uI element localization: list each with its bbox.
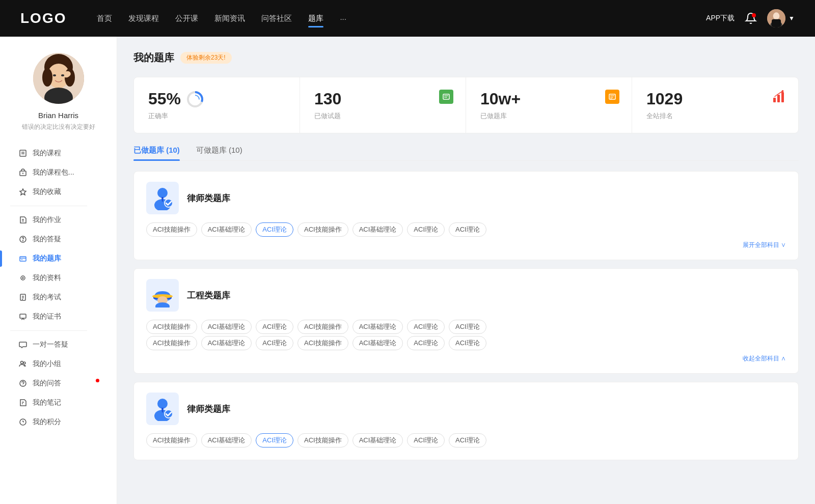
- svg-point-34: [21, 361, 23, 364]
- trial-badge: 体验剩余23天!: [180, 52, 232, 64]
- tag-2-2[interactable]: ACI理论: [256, 433, 293, 447]
- tag-0-3[interactable]: ACI技能操作: [297, 222, 348, 237]
- sidebar-item-notes-label: 我的笔记: [33, 398, 61, 407]
- tags-row-2: ACI技能操作 ACI基础理论 ACI理论 ACI技能操作 ACI基础理论 AC…: [146, 433, 786, 447]
- stat-rank-label: 全站排名: [646, 111, 784, 121]
- bank-icon-engineer-1: [146, 279, 179, 312]
- sidebar-item-myqa[interactable]: 我的问答: [10, 374, 106, 393]
- nav-home[interactable]: 首页: [97, 12, 112, 25]
- tag-1-6[interactable]: ACI理论: [449, 320, 486, 334]
- nav-bank[interactable]: 题库: [308, 12, 323, 25]
- tag-0-5[interactable]: ACI理论: [407, 222, 445, 237]
- qa-icon: [18, 379, 28, 388]
- sidebar-item-qa-answer[interactable]: 我的答疑: [10, 230, 106, 249]
- tag-2-4[interactable]: ACI基础理论: [352, 433, 403, 447]
- svg-point-35: [23, 362, 25, 364]
- sidebar-item-course-label: 我的课程: [33, 149, 61, 158]
- tag-1-9[interactable]: ACI理论: [256, 336, 293, 350]
- sidebar: Brian Harris 错误的决定比没有决定要好 我的课程 我的课程包...: [0, 37, 117, 504]
- sidebar-item-group[interactable]: 我的小组: [10, 354, 106, 374]
- sidebar-item-homework[interactable]: 我的作业: [10, 210, 106, 230]
- main-content: 我的题库 体验剩余23天! 55% 正确率: [117, 37, 815, 504]
- tag-0-0[interactable]: ACI技能操作: [146, 222, 197, 237]
- dropdown-arrow-icon: ▼: [789, 15, 795, 22]
- tag-2-5[interactable]: ACI理论: [407, 433, 445, 447]
- sidebar-item-1v1[interactable]: 一对一答疑: [10, 335, 106, 354]
- tag-1-5[interactable]: ACI理论: [407, 320, 445, 334]
- tags-row-1a: ACI技能操作 ACI基础理论 ACI理论 ACI技能操作 ACI基础理论 AC…: [146, 320, 786, 334]
- notification-bell[interactable]: [745, 12, 757, 24]
- svg-point-40: [20, 419, 26, 425]
- done-banks-icon: [605, 90, 619, 104]
- tab-available-banks[interactable]: 可做题库 (10): [196, 146, 242, 160]
- sidebar-item-points-label: 我的积分: [33, 417, 61, 427]
- tag-1-0[interactable]: ACI技能操作: [146, 320, 197, 334]
- sidebar-item-course[interactable]: 我的课程: [10, 144, 106, 163]
- sidebar-item-favorites[interactable]: 我的收藏: [10, 182, 106, 202]
- profile-bio: 错误的决定比没有决定要好: [22, 123, 95, 131]
- svg-rect-4: [772, 19, 781, 27]
- tag-2-1[interactable]: ACI基础理论: [201, 433, 252, 447]
- tag-1-3[interactable]: ACI技能操作: [297, 320, 348, 334]
- sidebar-item-exam[interactable]: 我的考试: [10, 288, 106, 307]
- tag-0-6[interactable]: ACI理论: [449, 222, 486, 237]
- stat-done-banks: 10w+ 已做题库: [466, 77, 632, 133]
- tag-1-10[interactable]: ACI技能操作: [297, 336, 348, 350]
- navbar-right: APP下载 ▼: [706, 9, 795, 27]
- tag-1-13[interactable]: ACI理论: [449, 336, 486, 350]
- tag-1-8[interactable]: ACI基础理论: [201, 336, 252, 350]
- sidebar-divider-1: [10, 206, 87, 206]
- tag-0-1[interactable]: ACI基础理论: [201, 222, 252, 237]
- navbar: LOGO 首页 发现课程 公开课 新闻资讯 问答社区 题库 ··· APP下载: [0, 0, 815, 37]
- tab-done-banks[interactable]: 已做题库 (10): [133, 146, 180, 160]
- sidebar-item-material[interactable]: 我的资料: [10, 268, 106, 288]
- nav-discover[interactable]: 发现课程: [128, 12, 159, 25]
- page-header: 我的题库 体验剩余23天!: [133, 51, 799, 65]
- sidebar-item-myqa-label: 我的问答: [33, 379, 61, 388]
- sidebar-item-package-label: 我的课程包...: [33, 168, 74, 177]
- tag-2-6[interactable]: ACI理论: [449, 433, 486, 447]
- tag-1-1[interactable]: ACI基础理论: [201, 320, 252, 334]
- bank-icon-lawyer-0: [146, 182, 179, 214]
- chat-icon: [18, 340, 28, 349]
- nav-more[interactable]: ···: [340, 12, 346, 25]
- nav-qa[interactable]: 问答社区: [261, 12, 292, 25]
- sidebar-item-1v1-label: 一对一答疑: [33, 340, 68, 349]
- tag-1-7[interactable]: ACI技能操作: [146, 336, 197, 350]
- material-icon: [18, 273, 28, 283]
- stat-accuracy-value: 55%: [148, 90, 285, 108]
- tag-2-3[interactable]: ACI技能操作: [297, 433, 348, 447]
- sidebar-menu: 我的课程 我的课程包... 我的收藏: [0, 144, 117, 432]
- bank-title-1: 工程类题库: [187, 290, 230, 301]
- stat-accuracy-label: 正确率: [148, 111, 285, 121]
- sidebar-item-bank[interactable]: 我的题库: [10, 249, 106, 268]
- stat-rank-value: 1029: [646, 90, 784, 108]
- tag-0-2[interactable]: ACI理论: [256, 222, 293, 237]
- sidebar-item-package[interactable]: 我的课程包...: [10, 163, 106, 182]
- stat-done-questions-label: 已做试题: [314, 111, 451, 121]
- tag-1-4[interactable]: ACI基础理论: [352, 320, 403, 334]
- app-download-button[interactable]: APP下载: [706, 14, 735, 23]
- nav-open-course[interactable]: 公开课: [175, 12, 198, 25]
- accuracy-donut: [186, 90, 204, 108]
- bank-header-2: 律师类题库: [146, 393, 786, 425]
- bank-section-1: 工程类题库 ACI技能操作 ACI基础理论 ACI理论 ACI技能操作 ACI基…: [133, 268, 799, 374]
- svg-rect-44: [443, 94, 449, 99]
- sidebar-item-material-label: 我的资料: [33, 273, 61, 283]
- svg-point-63: [155, 302, 170, 307]
- collapse-link-1[interactable]: 收起全部科目 ∧: [146, 354, 786, 363]
- tag-1-11[interactable]: ACI基础理论: [352, 336, 403, 350]
- expand-link-0[interactable]: 展开全部科目 ∨: [146, 241, 786, 249]
- tag-1-2[interactable]: ACI理论: [256, 320, 293, 334]
- tag-1-12[interactable]: ACI理论: [407, 336, 445, 350]
- tag-0-4[interactable]: ACI基础理论: [352, 222, 403, 237]
- tag-2-0[interactable]: ACI技能操作: [146, 433, 197, 447]
- sidebar-item-points[interactable]: 我的积分: [10, 412, 106, 432]
- sidebar-item-notes[interactable]: 我的笔记: [10, 393, 106, 412]
- nav-news[interactable]: 新闻资讯: [214, 12, 245, 25]
- rank-icon: [772, 90, 786, 104]
- svg-point-10: [42, 68, 52, 87]
- qa-badge: [96, 379, 99, 382]
- sidebar-item-cert[interactable]: 我的证书: [10, 307, 106, 326]
- user-avatar-button[interactable]: ▼: [767, 9, 795, 27]
